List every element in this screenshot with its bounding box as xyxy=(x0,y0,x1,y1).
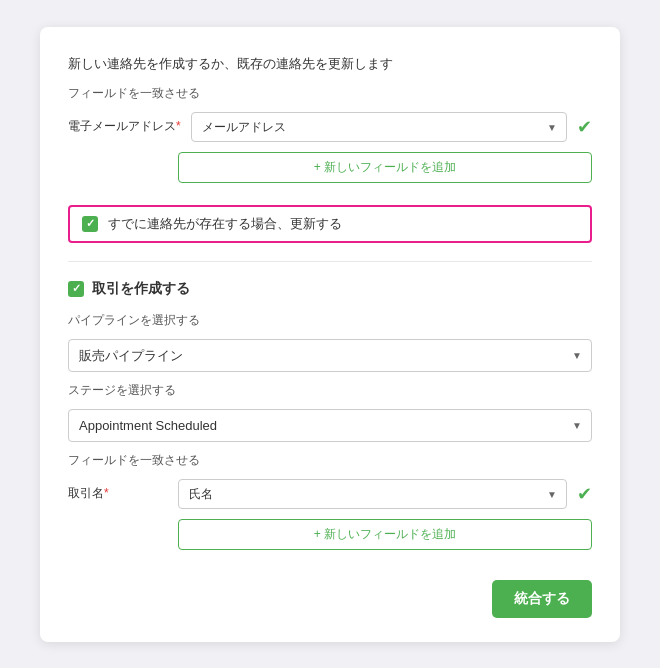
email-required-star: * xyxy=(176,119,181,133)
email-select-wrapper: メールアドレス ▼ xyxy=(191,112,567,142)
deal-select[interactable]: 氏名 xyxy=(178,479,567,509)
main-card: 新しい連絡先を作成するか、既存の連絡先を更新します フィールドを一致させる 電子… xyxy=(40,27,620,642)
main-title: 新しい連絡先を作成するか、既存の連絡先を更新します xyxy=(68,55,592,73)
field-match-label1: フィールドを一致させる xyxy=(68,85,592,102)
pipeline-label: パイプラインを選択する xyxy=(68,312,592,329)
email-label: 電子メールアドレス* xyxy=(68,118,181,135)
update-contact-checkbox[interactable] xyxy=(82,216,98,232)
field-match-label2: フィールドを一致させる xyxy=(68,452,592,469)
add-field-container2: + 新しいフィールドを追加 xyxy=(178,519,592,560)
email-check-icon: ✔ xyxy=(577,116,592,138)
highlighted-checkbox-text: すでに連絡先が存在する場合、更新する xyxy=(108,215,342,233)
deal-select-wrapper: 氏名 ▼ xyxy=(178,479,567,509)
deal-field-row: 取引名* 氏名 ▼ ✔ xyxy=(68,479,592,509)
section2-header: 取引を作成する xyxy=(68,280,592,298)
pipeline-select-wrapper: 販売パイプライン ▼ xyxy=(68,339,592,372)
deal-section-title: 取引を作成する xyxy=(92,280,190,298)
deal-label: 取引名* xyxy=(68,485,168,502)
stage-label: ステージを選択する xyxy=(68,382,592,399)
divider xyxy=(68,261,592,262)
add-field-button1[interactable]: + 新しいフィールドを追加 xyxy=(178,152,592,183)
deal-check-icon: ✔ xyxy=(577,483,592,505)
integrate-button[interactable]: 統合する xyxy=(492,580,592,618)
stage-select[interactable]: Appointment Scheduled xyxy=(68,409,592,442)
pipeline-select[interactable]: 販売パイプライン xyxy=(68,339,592,372)
bottom-row: 統合する xyxy=(68,580,592,618)
deal-section-checkbox[interactable] xyxy=(68,281,84,297)
highlighted-checkbox-row[interactable]: すでに連絡先が存在する場合、更新する xyxy=(68,205,592,243)
stage-select-wrapper: Appointment Scheduled ▼ xyxy=(68,409,592,442)
add-field-button2[interactable]: + 新しいフィールドを追加 xyxy=(178,519,592,550)
email-select[interactable]: メールアドレス xyxy=(191,112,567,142)
deal-required-star: * xyxy=(104,486,109,500)
email-field-row: 電子メールアドレス* メールアドレス ▼ ✔ xyxy=(68,112,592,142)
add-field-container1: + 新しいフィールドを追加 xyxy=(178,152,592,193)
